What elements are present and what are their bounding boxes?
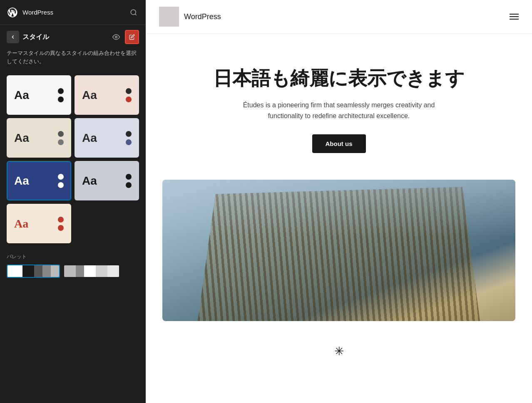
- preview-site-title: WordPress: [184, 12, 510, 21]
- palette-swatch-dark-gray: [34, 265, 42, 278]
- style-card-aa-navy: Aa: [14, 174, 29, 188]
- palette-swatch2-off-white: [96, 265, 107, 278]
- palette-section: パレット: [0, 247, 146, 281]
- dot-cream-2: [58, 225, 64, 231]
- dot-gray-1: [126, 174, 132, 180]
- dot-navy-2: [58, 182, 64, 188]
- edit-styles-button[interactable]: [125, 30, 139, 44]
- dot-pink-2: [126, 96, 132, 102]
- style-card-aa-slate: Aa: [82, 131, 97, 145]
- admin-bar-title: WordPress: [22, 9, 124, 16]
- palette-swatch2-near-white: [107, 265, 119, 278]
- palette-option-gray2[interactable]: [63, 265, 120, 278]
- palette-swatch2-white: [84, 265, 96, 278]
- palette-swatch2-light: [64, 265, 76, 278]
- preview-hero: 日本語も綺麗に表示できます Études is a pioneering fir…: [146, 34, 532, 170]
- palette-label: パレット: [7, 253, 139, 260]
- style-card-beige[interactable]: Aa: [7, 118, 71, 158]
- dot-white-2: [58, 96, 64, 102]
- style-card-slate[interactable]: Aa: [75, 118, 139, 158]
- style-card-pink[interactable]: Aa: [75, 75, 139, 115]
- style-card-aa-gray: Aa: [82, 174, 97, 188]
- hamburger-menu-icon[interactable]: [510, 14, 519, 20]
- dot-pink-1: [126, 88, 132, 94]
- style-card-aa-pink: Aa: [82, 89, 97, 102]
- preview-button[interactable]: [111, 32, 122, 42]
- preview-image-section: [146, 170, 532, 331]
- sidebar-scroll-area: Aa Aa Aa Aa: [0, 72, 146, 403]
- dot-beige-2: [58, 139, 64, 145]
- palette-swatch-light-gray: [51, 265, 59, 278]
- style-card-dots-gray: [126, 174, 132, 188]
- style-panel-title: スタイル: [22, 33, 107, 42]
- building-image: [162, 180, 515, 321]
- menu-line-3: [510, 19, 519, 20]
- style-card-dots-slate: [126, 131, 132, 145]
- style-card-dots-beige: [58, 131, 64, 145]
- style-card-navy[interactable]: Aa: [7, 161, 71, 200]
- palette-swatch2-mid: [76, 265, 84, 278]
- search-button[interactable]: [128, 7, 139, 18]
- style-card-aa-cream-red: Aa: [14, 217, 28, 230]
- sidebar: WordPress スタイル テーマスタイルの異なるス: [0, 0, 146, 403]
- palette-swatch-mid-gray: [42, 265, 51, 278]
- svg-point-2: [115, 36, 117, 38]
- dot-gray-2: [126, 182, 132, 188]
- back-button[interactable]: [7, 31, 19, 43]
- palette-swatch-black: [22, 265, 34, 278]
- dot-beige-1: [58, 131, 64, 137]
- dot-slate-1: [126, 131, 132, 137]
- preview-header: WordPress: [146, 0, 532, 34]
- palette-options: [7, 265, 139, 278]
- palette-swatch-white: [7, 265, 22, 278]
- hero-subtitle: Études is a pioneering firm that seamles…: [235, 100, 443, 121]
- menu-line-1: [510, 14, 519, 15]
- svg-point-0: [131, 10, 136, 15]
- preview-area: WordPress 日本語も綺麗に表示できます Études is a pion…: [146, 0, 532, 403]
- style-card-dots-pink: [126, 88, 132, 102]
- style-panel-header: スタイル: [0, 25, 146, 49]
- menu-line-2: [510, 16, 519, 17]
- dot-slate-2: [126, 139, 132, 145]
- style-card-white[interactable]: Aa: [7, 75, 71, 115]
- sidebar-topbar: WordPress: [0, 0, 146, 25]
- style-card-dots-navy: [58, 174, 64, 188]
- style-card-dots-white: [58, 88, 64, 102]
- wordpress-logo-icon: [7, 7, 18, 18]
- style-card-gray[interactable]: Aa: [75, 161, 139, 200]
- dot-navy-1: [58, 174, 64, 180]
- dot-white-1: [58, 88, 64, 94]
- preview-logo-box: [159, 7, 179, 27]
- svg-line-1: [135, 14, 136, 15]
- style-description: テーマスタイルの異なるスタイルの組み合わせを選択してください。: [0, 49, 146, 72]
- palette-option-bw[interactable]: [7, 265, 60, 278]
- style-card-aa-white: Aa: [14, 89, 29, 102]
- style-card-aa-beige: Aa: [14, 131, 29, 145]
- style-card-dots-cream-red: [58, 217, 64, 231]
- preview-bottom: ✳: [146, 331, 532, 371]
- dot-cream-1: [58, 217, 64, 223]
- style-card-cream-red[interactable]: Aa: [7, 204, 71, 243]
- style-grid: Aa Aa Aa Aa: [0, 72, 146, 247]
- about-us-button[interactable]: About us: [312, 134, 366, 153]
- hero-title: 日本語も綺麗に表示できます: [162, 67, 515, 90]
- asterisk-symbol: ✳: [334, 344, 344, 358]
